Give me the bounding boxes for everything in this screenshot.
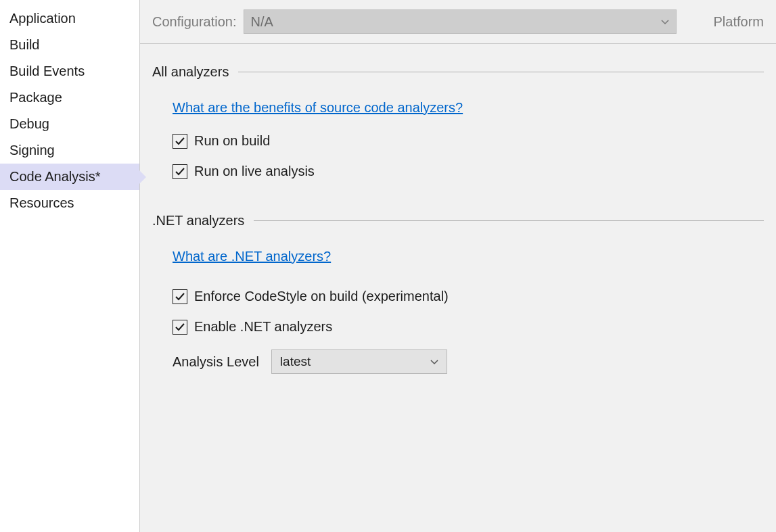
checkbox-run-on-build[interactable] (173, 134, 187, 149)
configuration-value: N/A (251, 14, 273, 30)
checkbox-run-on-live-analysis[interactable] (173, 164, 187, 179)
section-header: All analyzers (152, 64, 764, 80)
section-title-net-analyzers: .NET analyzers (152, 213, 244, 228)
chevron-down-icon (661, 16, 669, 27)
sidebar-item-code-analysis[interactable]: Code Analysis* (0, 164, 139, 190)
divider (254, 220, 764, 221)
checkbox-row-enforce-codestyle: Enforce CodeStyle on build (experimental… (173, 289, 764, 304)
main-panel: Configuration: N/A Platform All analyzer… (140, 0, 776, 532)
link-net-analyzers[interactable]: What are .NET analyzers? (173, 249, 331, 264)
configuration-select[interactable]: N/A (244, 9, 677, 34)
analysis-level-label: Analysis Level (173, 354, 259, 370)
section-net-analyzers: .NET analyzers What are .NET analyzers? … (152, 213, 764, 374)
link-analyzer-benefits[interactable]: What are the benefits of source code ana… (173, 100, 463, 116)
section-all-analyzers: All analyzers What are the benefits of s… (152, 64, 764, 179)
checkbox-label: Enable .NET analyzers (194, 319, 332, 335)
field-row-analysis-level: Analysis Level latest (173, 349, 764, 374)
section-body: What are the benefits of source code ana… (152, 100, 764, 179)
sidebar-item-build-events[interactable]: Build Events (0, 58, 139, 84)
platform-label: Platform (714, 14, 764, 30)
sidebar-item-package[interactable]: Package (0, 84, 139, 111)
section-body: What are .NET analyzers? Enforce CodeSty… (152, 249, 764, 374)
sidebar-item-build[interactable]: Build (0, 32, 139, 58)
sidebar: Application Build Build Events Package D… (0, 0, 140, 532)
checkbox-row-enable-net-analyzers: Enable .NET analyzers (173, 319, 764, 335)
sidebar-item-resources[interactable]: Resources (0, 190, 139, 216)
chevron-down-icon (430, 357, 438, 367)
checkbox-enable-net-analyzers[interactable] (173, 320, 187, 335)
sidebar-item-signing[interactable]: Signing (0, 137, 139, 164)
analysis-level-value: latest (280, 354, 311, 369)
checkbox-row-run-on-live: Run on live analysis (173, 164, 764, 179)
sidebar-item-debug[interactable]: Debug (0, 111, 139, 137)
checkbox-enforce-codestyle[interactable] (173, 289, 187, 304)
checkbox-label: Run on build (194, 133, 270, 149)
divider (238, 72, 764, 72)
content: All analyzers What are the benefits of s… (140, 44, 776, 420)
configuration-label: Configuration: (152, 14, 237, 30)
analysis-level-select[interactable]: latest (271, 349, 447, 374)
checkbox-label: Enforce CodeStyle on build (experimental… (194, 289, 449, 304)
checkbox-label: Run on live analysis (194, 164, 315, 179)
section-header: .NET analyzers (152, 213, 764, 228)
section-title-all-analyzers: All analyzers (152, 64, 229, 80)
topbar: Configuration: N/A Platform (140, 0, 776, 44)
sidebar-item-application[interactable]: Application (0, 5, 139, 32)
checkbox-row-run-on-build: Run on build (173, 133, 764, 149)
